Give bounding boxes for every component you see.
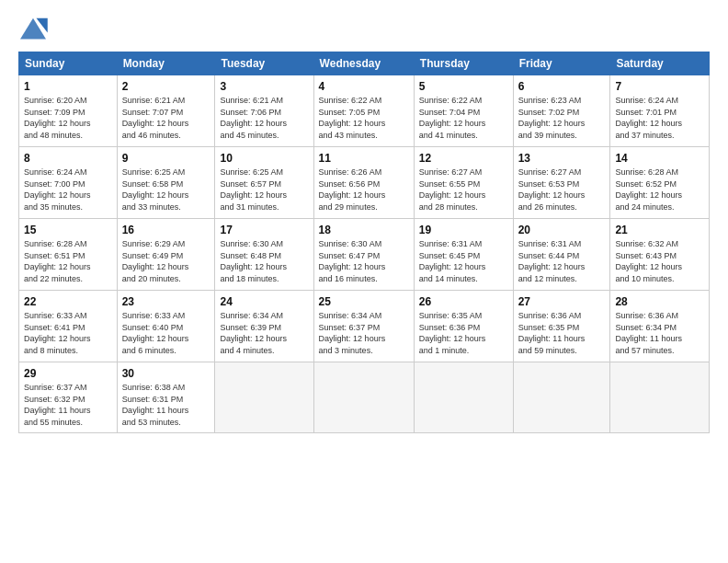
weekday-header-row: SundayMondayTuesdayWednesdayThursdayFrid… — [19, 52, 710, 75]
day-info: Sunrise: 6:30 AM Sunset: 6:47 PM Dayligh… — [319, 238, 409, 284]
day-info: Sunrise: 6:36 AM Sunset: 6:34 PM Dayligh… — [615, 310, 704, 356]
weekday-header-thursday: Thursday — [414, 52, 513, 75]
logo-icon — [18, 17, 48, 42]
day-info: Sunrise: 6:35 AM Sunset: 6:36 PM Dayligh… — [419, 310, 508, 356]
day-info: Sunrise: 6:33 AM Sunset: 6:41 PM Dayligh… — [24, 310, 112, 356]
day-info: Sunrise: 6:20 AM Sunset: 7:09 PM Dayligh… — [24, 95, 112, 141]
day-cell — [414, 362, 513, 433]
day-cell: 5Sunrise: 6:22 AM Sunset: 7:04 PM Daylig… — [414, 75, 513, 147]
day-cell: 18Sunrise: 6:30 AM Sunset: 6:47 PM Dayli… — [313, 219, 414, 291]
weekday-header-sunday: Sunday — [19, 52, 118, 75]
day-number: 27 — [518, 294, 606, 309]
day-cell: 28Sunrise: 6:36 AM Sunset: 6:34 PM Dayli… — [610, 291, 710, 362]
day-info: Sunrise: 6:21 AM Sunset: 7:07 PM Dayligh… — [122, 95, 210, 141]
day-cell — [513, 362, 610, 433]
day-cell: 13Sunrise: 6:27 AM Sunset: 6:53 PM Dayli… — [513, 147, 610, 219]
day-number: 15 — [24, 223, 112, 237]
day-cell: 3Sunrise: 6:21 AM Sunset: 7:06 PM Daylig… — [215, 75, 313, 147]
day-info: Sunrise: 6:27 AM Sunset: 6:53 PM Dayligh… — [518, 167, 606, 213]
weekday-header-tuesday: Tuesday — [215, 52, 313, 75]
day-cell: 20Sunrise: 6:31 AM Sunset: 6:44 PM Dayli… — [513, 219, 610, 291]
day-number: 22 — [24, 294, 112, 309]
day-info: Sunrise: 6:31 AM Sunset: 6:45 PM Dayligh… — [419, 238, 508, 284]
day-info: Sunrise: 6:30 AM Sunset: 6:48 PM Dayligh… — [220, 238, 308, 284]
day-info: Sunrise: 6:21 AM Sunset: 7:06 PM Dayligh… — [220, 95, 308, 141]
day-number: 10 — [220, 151, 308, 166]
day-number: 29 — [24, 366, 112, 381]
day-cell: 23Sunrise: 6:33 AM Sunset: 6:40 PM Dayli… — [117, 291, 215, 362]
day-number: 11 — [319, 151, 409, 166]
day-number: 23 — [122, 294, 210, 309]
day-cell: 9Sunrise: 6:25 AM Sunset: 6:58 PM Daylig… — [117, 147, 215, 219]
day-info: Sunrise: 6:34 AM Sunset: 6:39 PM Dayligh… — [220, 310, 308, 356]
day-number: 20 — [518, 223, 606, 237]
day-number: 6 — [518, 79, 606, 94]
day-info: Sunrise: 6:29 AM Sunset: 6:49 PM Dayligh… — [122, 238, 210, 284]
day-number: 5 — [419, 79, 508, 94]
day-info: Sunrise: 6:22 AM Sunset: 7:05 PM Dayligh… — [319, 95, 409, 141]
day-info: Sunrise: 6:22 AM Sunset: 7:04 PM Dayligh… — [419, 95, 508, 141]
day-number: 26 — [419, 294, 508, 309]
day-cell: 7Sunrise: 6:24 AM Sunset: 7:01 PM Daylig… — [610, 75, 710, 147]
day-cell: 24Sunrise: 6:34 AM Sunset: 6:39 PM Dayli… — [215, 291, 313, 362]
day-cell: 17Sunrise: 6:30 AM Sunset: 6:48 PM Dayli… — [215, 219, 313, 291]
day-number: 28 — [615, 294, 704, 309]
day-cell: 19Sunrise: 6:31 AM Sunset: 6:45 PM Dayli… — [414, 219, 513, 291]
day-number: 19 — [419, 223, 508, 237]
day-number: 8 — [24, 151, 112, 166]
day-number: 13 — [518, 151, 606, 166]
day-number: 3 — [220, 79, 308, 94]
day-info: Sunrise: 6:24 AM Sunset: 7:00 PM Dayligh… — [24, 167, 112, 213]
day-cell: 30Sunrise: 6:38 AM Sunset: 6:31 PM Dayli… — [117, 362, 215, 433]
day-info: Sunrise: 6:26 AM Sunset: 6:56 PM Dayligh… — [319, 167, 409, 213]
week-row-3: 15Sunrise: 6:28 AM Sunset: 6:51 PM Dayli… — [19, 219, 710, 291]
day-cell: 2Sunrise: 6:21 AM Sunset: 7:07 PM Daylig… — [117, 75, 215, 147]
day-number: 25 — [319, 294, 409, 309]
day-cell: 29Sunrise: 6:37 AM Sunset: 6:32 PM Dayli… — [19, 362, 118, 433]
day-info: Sunrise: 6:34 AM Sunset: 6:37 PM Dayligh… — [319, 310, 409, 356]
day-info: Sunrise: 6:28 AM Sunset: 6:51 PM Dayligh… — [24, 238, 112, 284]
day-number: 18 — [319, 223, 409, 237]
day-cell: 6Sunrise: 6:23 AM Sunset: 7:02 PM Daylig… — [513, 75, 610, 147]
day-number: 21 — [615, 223, 704, 237]
day-number: 14 — [615, 151, 704, 166]
week-row-4: 22Sunrise: 6:33 AM Sunset: 6:41 PM Dayli… — [19, 291, 710, 362]
day-cell: 12Sunrise: 6:27 AM Sunset: 6:55 PM Dayli… — [414, 147, 513, 219]
day-cell: 1Sunrise: 6:20 AM Sunset: 7:09 PM Daylig… — [19, 75, 118, 147]
week-row-2: 8Sunrise: 6:24 AM Sunset: 7:00 PM Daylig… — [19, 147, 710, 219]
day-number: 4 — [319, 79, 409, 94]
day-cell: 10Sunrise: 6:25 AM Sunset: 6:57 PM Dayli… — [215, 147, 313, 219]
day-cell — [313, 362, 414, 433]
day-cell: 25Sunrise: 6:34 AM Sunset: 6:37 PM Dayli… — [313, 291, 414, 362]
day-cell: 4Sunrise: 6:22 AM Sunset: 7:05 PM Daylig… — [313, 75, 414, 147]
day-info: Sunrise: 6:23 AM Sunset: 7:02 PM Dayligh… — [518, 95, 606, 141]
day-info: Sunrise: 6:38 AM Sunset: 6:31 PM Dayligh… — [122, 382, 210, 428]
weekday-header-monday: Monday — [117, 52, 215, 75]
weekday-header-wednesday: Wednesday — [313, 52, 414, 75]
weekday-header-saturday: Saturday — [610, 52, 710, 75]
day-cell: 16Sunrise: 6:29 AM Sunset: 6:49 PM Dayli… — [117, 219, 215, 291]
day-number: 24 — [220, 294, 308, 309]
day-info: Sunrise: 6:31 AM Sunset: 6:44 PM Dayligh… — [518, 238, 606, 284]
day-cell — [215, 362, 313, 433]
day-cell: 14Sunrise: 6:28 AM Sunset: 6:52 PM Dayli… — [610, 147, 710, 219]
day-cell: 15Sunrise: 6:28 AM Sunset: 6:51 PM Dayli… — [19, 219, 118, 291]
logo — [18, 17, 51, 42]
day-cell: 26Sunrise: 6:35 AM Sunset: 6:36 PM Dayli… — [414, 291, 513, 362]
day-number: 12 — [419, 151, 508, 166]
day-cell: 8Sunrise: 6:24 AM Sunset: 7:00 PM Daylig… — [19, 147, 118, 219]
day-number: 17 — [220, 223, 308, 237]
day-info: Sunrise: 6:32 AM Sunset: 6:43 PM Dayligh… — [615, 238, 704, 284]
day-info: Sunrise: 6:28 AM Sunset: 6:52 PM Dayligh… — [615, 167, 704, 213]
day-number: 7 — [615, 79, 704, 94]
day-info: Sunrise: 6:27 AM Sunset: 6:55 PM Dayligh… — [419, 167, 508, 213]
day-info: Sunrise: 6:36 AM Sunset: 6:35 PM Dayligh… — [518, 310, 606, 356]
day-number: 2 — [122, 79, 210, 94]
calendar: SundayMondayTuesdayWednesdayThursdayFrid… — [18, 52, 710, 433]
day-number: 1 — [24, 79, 112, 94]
page: SundayMondayTuesdayWednesdayThursdayFrid… — [0, 0, 728, 563]
day-cell: 21Sunrise: 6:32 AM Sunset: 6:43 PM Dayli… — [610, 219, 710, 291]
day-number: 16 — [122, 223, 210, 237]
day-number: 9 — [122, 151, 210, 166]
week-row-1: 1Sunrise: 6:20 AM Sunset: 7:09 PM Daylig… — [19, 75, 710, 147]
